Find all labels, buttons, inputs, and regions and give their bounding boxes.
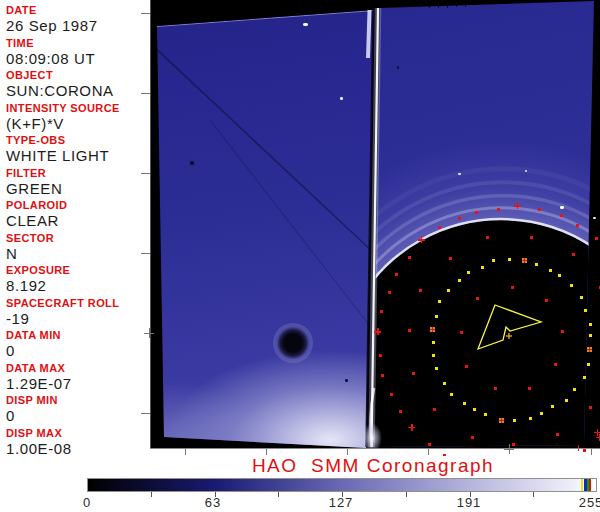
- meta-value: 0: [6, 407, 150, 424]
- meta-item: EXPOSURE8.192: [6, 264, 150, 297]
- meta-label: TIME: [6, 37, 150, 50]
- meta-value: 1.29E-07: [6, 375, 150, 392]
- meta-value: CLEAR: [6, 212, 150, 229]
- meta-item: OBJECTSUN:CORONA: [6, 69, 150, 102]
- meta-value: WHITE LIGHT: [6, 147, 150, 164]
- meta-value: (K+F)*V: [6, 115, 150, 132]
- meta-label: EXPOSURE: [6, 264, 150, 277]
- left-axis-tick: [141, 173, 150, 174]
- colorbar-tick: [406, 492, 407, 497]
- left-axis-line: [150, 0, 151, 449]
- meta-label: DISP MAX: [6, 427, 150, 440]
- left-axis-tick: [141, 253, 150, 254]
- meta-item: DATE26 Sep 1987: [6, 4, 150, 37]
- meta-value: 8.192: [6, 277, 150, 294]
- meta-item: TIME08:09:08 UT: [6, 37, 150, 70]
- meta-item: DATA MAX1.29E-07: [6, 362, 150, 395]
- meta-item: DISP MAX1.00E-08: [6, 427, 150, 460]
- left-axis-tick: [141, 13, 150, 14]
- colorbar-tick: [278, 492, 279, 497]
- meta-item: SPACECRAFT ROLL-19: [6, 297, 150, 330]
- left-axis-tick: [141, 413, 150, 414]
- meta-value: GREEN: [6, 180, 150, 197]
- plot-title: HAO SMM Coronagraph: [252, 456, 494, 476]
- meta-value: 0: [6, 342, 150, 359]
- meta-label: DATE: [6, 4, 150, 17]
- meta-value: 08:09:08 UT: [6, 50, 150, 67]
- meta-value: -19: [6, 310, 150, 327]
- meta-label: SECTOR: [6, 232, 150, 245]
- metadata-sidebar: DATE26 Sep 1987TIME08:09:08 UTOBJECTSUN:…: [0, 0, 150, 455]
- meta-item: DATA MIN0: [6, 329, 150, 362]
- meta-item: INTENSITY SOURCE(K+F)*V: [6, 102, 150, 135]
- meta-value: 1.00E-08: [6, 440, 150, 457]
- meta-label: DATA MAX: [6, 362, 150, 375]
- image-overlay: [150, 0, 600, 448]
- coronagraph-image: [150, 0, 600, 448]
- meta-label: TYPE-OBS: [6, 134, 150, 147]
- meta-label: DATA MIN: [6, 329, 150, 342]
- meta-item: POLAROIDCLEAR: [6, 199, 150, 232]
- colorbar-label: 63: [205, 495, 221, 510]
- colorbar-stripe: [589, 479, 591, 491]
- colorbar: [87, 478, 597, 492]
- left-axis-tick: [141, 93, 150, 94]
- meta-item: FILTERGREEN: [6, 167, 150, 200]
- meta-label: OBJECT: [6, 69, 150, 82]
- left-panel-streaks: [152, 11, 374, 331]
- colorbar-tick: [533, 492, 534, 497]
- meta-value: N: [6, 245, 150, 262]
- colorbar-label: 191: [457, 495, 482, 510]
- ring-dot: [583, 449, 586, 452]
- meta-item: DISP MIN0: [6, 394, 150, 427]
- axis-cross-marker: [149, 328, 150, 338]
- bottom-axis-tick: [185, 449, 186, 455]
- meta-label: INTENSITY SOURCE: [6, 102, 150, 115]
- colorbar-tick: [151, 492, 152, 497]
- meta-value: SUN:CORONA: [6, 82, 150, 99]
- meta-value: 26 Sep 1987: [6, 17, 150, 34]
- meta-label: POLAROID: [6, 199, 150, 212]
- bottom-axis-line: [150, 448, 600, 449]
- colorbar-label: 255: [579, 495, 600, 510]
- bottom-axis-tick: [591, 449, 592, 455]
- colorbar-label: 0: [83, 495, 91, 510]
- meta-item: SECTORN: [6, 232, 150, 265]
- meta-label: SPACECRAFT ROLL: [6, 297, 150, 310]
- meta-label: DISP MIN: [6, 394, 150, 407]
- colorbar-label: 127: [329, 495, 354, 510]
- meta-item: TYPE-OBSWHITE LIGHT: [6, 134, 150, 167]
- meta-label: FILTER: [6, 167, 150, 180]
- axis-cross-marker: [509, 444, 510, 454]
